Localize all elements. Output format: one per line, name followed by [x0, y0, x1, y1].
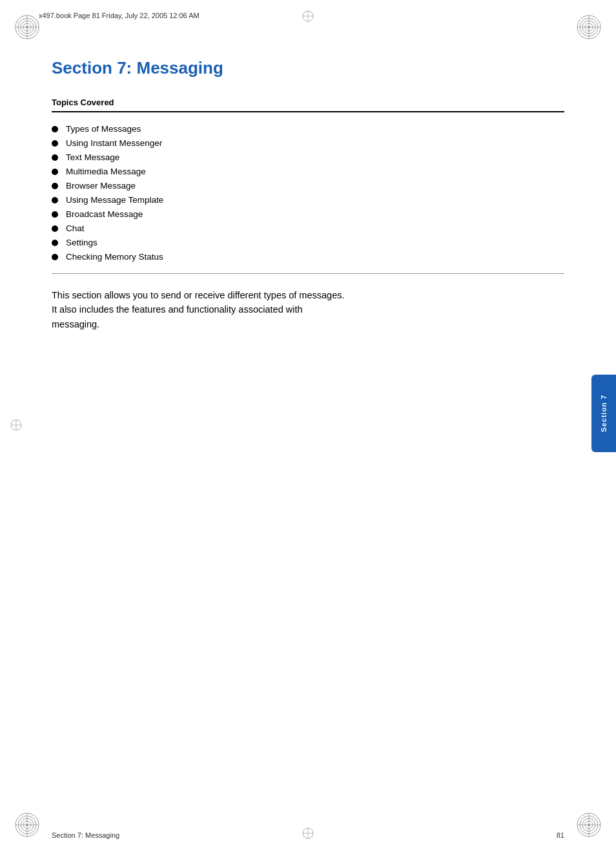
- book-info: x497.book Page 81 Friday, July 22, 2005 …: [39, 12, 200, 19]
- corner-decoration-tr: [575, 13, 603, 41]
- topics-bottom-divider: [52, 273, 564, 274]
- page-header: x497.book Page 81 Friday, July 22, 2005 …: [39, 12, 577, 19]
- bullet-icon: [52, 240, 58, 246]
- footer-right: 81: [557, 831, 564, 839]
- corner-decoration-br: [575, 811, 603, 839]
- list-item: Settings: [52, 238, 564, 247]
- topics-list: Types of Messages Using Instant Messenge…: [52, 124, 564, 262]
- bullet-icon: [52, 140, 58, 147]
- list-item: Using Instant Messenger: [52, 138, 564, 148]
- bullet-icon: [52, 197, 58, 203]
- bullet-icon: [52, 225, 58, 232]
- footer-left: Section 7: Messaging: [52, 831, 119, 839]
- topic-item-1: Types of Messages: [66, 124, 141, 134]
- topic-item-2: Using Instant Messenger: [66, 138, 162, 148]
- section-tab: Section 7: [591, 375, 616, 452]
- bullet-icon: [52, 211, 58, 218]
- bullet-icon: [52, 169, 58, 175]
- topic-item-3: Text Message: [66, 152, 119, 162]
- corner-decoration-bl: [13, 811, 41, 839]
- bullet-icon: [52, 126, 58, 132]
- page-title: Section 7: Messaging: [52, 58, 564, 78]
- crosshair-left: [10, 419, 23, 434]
- bullet-icon: [52, 183, 58, 189]
- topic-item-8: Chat: [66, 223, 85, 233]
- topic-item-5: Browser Message: [66, 181, 136, 191]
- list-item: Checking Memory Status: [52, 252, 564, 262]
- topics-covered-label: Topics Covered: [52, 98, 564, 107]
- topic-item-7: Broadcast Message: [66, 209, 143, 219]
- page-footer: Section 7: Messaging 81: [52, 831, 564, 839]
- main-content: Section 7: Messaging Topics Covered Type…: [52, 52, 564, 813]
- list-item: Text Message: [52, 152, 564, 162]
- topic-item-4: Multimedia Message: [66, 167, 146, 176]
- section-tab-label: Section 7: [600, 395, 608, 432]
- topic-item-9: Settings: [66, 238, 98, 247]
- body-paragraph: This section allows you to send or recei…: [52, 288, 349, 331]
- corner-decoration-tl: [13, 13, 41, 41]
- bullet-icon: [52, 254, 58, 260]
- bullet-icon: [52, 154, 58, 161]
- topics-covered-section: Topics Covered Types of Messages Using I…: [52, 98, 564, 274]
- list-item: Broadcast Message: [52, 209, 564, 219]
- topic-item-6: Using Message Template: [66, 195, 163, 205]
- topic-item-10: Checking Memory Status: [66, 252, 163, 262]
- list-item: Using Message Template: [52, 195, 564, 205]
- list-item: Chat: [52, 223, 564, 233]
- list-item: Types of Messages: [52, 124, 564, 134]
- list-item: Multimedia Message: [52, 167, 564, 176]
- topics-top-divider: [52, 111, 564, 112]
- list-item: Browser Message: [52, 181, 564, 191]
